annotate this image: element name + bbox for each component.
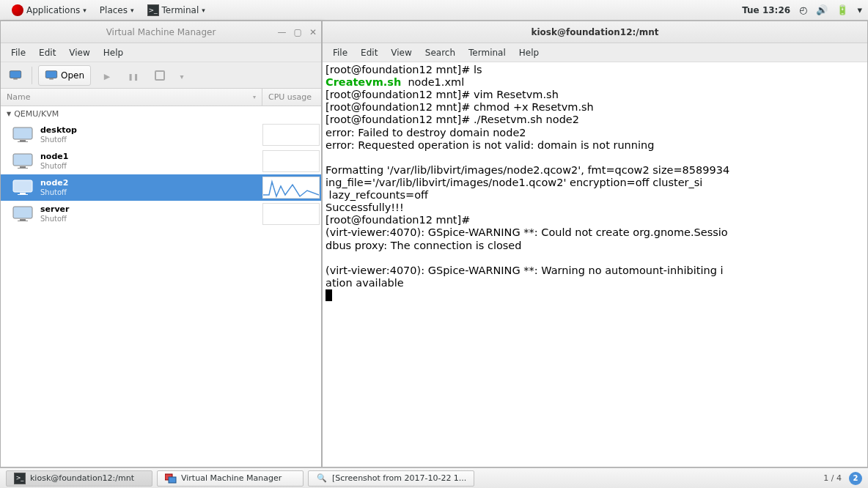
menu-edit[interactable]: Edit <box>33 45 62 61</box>
svg-rect-8 <box>20 166 26 168</box>
taskbar-vmm[interactable]: Virtual Machine Manager <box>157 470 304 487</box>
svg-rect-9 <box>18 168 28 169</box>
vmm-titlebar[interactable]: Virtual Machine Manager — ▢ ✕ <box>1 21 321 43</box>
svg-rect-15 <box>18 221 28 221</box>
vm-monitor-icon <box>11 205 34 223</box>
toolbar-separator <box>32 67 32 84</box>
run-button[interactable] <box>97 65 117 86</box>
menu-view[interactable]: View <box>63 45 95 61</box>
terminal-icon: >_ <box>147 4 159 16</box>
svg-rect-17 <box>169 477 176 483</box>
terminal-window: kiosk@foundation12:/mnt File Edit View S… <box>322 21 868 467</box>
volume-icon[interactable]: 🔊 <box>816 4 828 15</box>
term-line: (virt-viewer:4070): GSpice-WARNING **: W… <box>326 265 724 276</box>
vmm-menubar: File Edit View Help <box>1 43 321 62</box>
shutdown-button[interactable] <box>150 65 170 86</box>
vmm-icon <box>165 473 177 484</box>
terminal-body[interactable]: [root@foundation12 mnt]# ls Createvm.sh … <box>323 62 867 467</box>
window-minimize-button[interactable]: — <box>278 27 287 37</box>
pause-icon <box>128 68 139 82</box>
workspace-indicator[interactable]: 1 / 4 <box>823 473 842 483</box>
vm-monitor-icon <box>11 152 34 170</box>
svg-rect-6 <box>18 141 28 142</box>
caret-down-icon: ▾ <box>130 7 134 14</box>
shutdown-menu-button[interactable] <box>176 65 188 86</box>
column-cpu[interactable]: CPU usage <box>262 89 321 106</box>
vm-status: Shutoff <box>40 188 262 197</box>
terminal-launcher[interactable]: >_ Terminal ▾ <box>141 1 211 19</box>
sort-caret-icon: ▾ <box>253 94 256 100</box>
vm-row-server[interactable]: serverShutoff <box>1 201 321 227</box>
term-menu-view[interactable]: View <box>385 45 417 61</box>
terminal-cursor <box>326 289 332 301</box>
clock[interactable]: Tue 13:26 <box>742 5 790 15</box>
redhat-logo-icon <box>12 4 23 16</box>
vmm-column-headers: Name ▾ CPU usage <box>1 89 321 106</box>
triangle-down-icon: ▼ <box>7 111 11 117</box>
vm-cpu-graph <box>262 124 320 146</box>
notification-badge[interactable]: 2 <box>849 472 862 485</box>
column-name[interactable]: Name ▾ <box>1 89 262 106</box>
svg-rect-1 <box>13 78 18 79</box>
column-name-label: Name <box>7 92 30 102</box>
taskbar-terminal[interactable]: >_ kiosk@foundation12:/mnt <box>6 470 152 487</box>
battery-icon[interactable]: 🔋 <box>836 4 848 15</box>
taskbar-image-viewer[interactable]: 🔍 [Screenshot from 2017-10-22 1... <box>308 470 474 487</box>
svg-rect-2 <box>45 70 56 78</box>
vm-info: node1Shutoff <box>40 152 262 170</box>
svg-rect-10 <box>13 180 32 192</box>
applications-label: Applications <box>26 5 80 15</box>
vm-row-node2[interactable]: node2Shutoff <box>1 174 321 201</box>
open-label: Open <box>61 70 84 81</box>
svg-rect-5 <box>20 140 26 141</box>
term-menu-edit[interactable]: Edit <box>355 45 383 61</box>
vm-cpu-graph <box>262 150 320 172</box>
new-vm-button[interactable] <box>5 65 26 86</box>
places-menu[interactable]: Places ▾ <box>94 2 140 18</box>
caret-down-icon: ▾ <box>83 7 87 14</box>
vm-name: node1 <box>40 152 262 161</box>
monitor-new-icon <box>9 70 22 81</box>
user-menu-caret-icon[interactable]: ▾ <box>857 4 862 15</box>
menu-help[interactable]: Help <box>98 45 129 61</box>
virtual-machine-manager-window: Virtual Machine Manager — ▢ ✕ File Edit … <box>0 21 322 467</box>
taskbar-terminal-label: kiosk@foundation12:/mnt <box>30 473 134 483</box>
vm-monitor-icon <box>11 179 34 196</box>
svg-rect-0 <box>10 70 21 78</box>
hypervisor-group[interactable]: ▼ QEMU/KVM <box>1 106 321 122</box>
term-menu-file[interactable]: File <box>327 45 353 61</box>
svg-rect-4 <box>13 127 32 139</box>
term-menu-search[interactable]: Search <box>419 45 461 61</box>
vm-row-desktop[interactable]: desktopShutoff <box>1 122 321 148</box>
vm-status: Shutoff <box>40 136 262 144</box>
network-wifi-icon[interactable]: ◴ <box>799 4 807 15</box>
places-label: Places <box>100 5 128 15</box>
vm-status: Shutoff <box>40 215 262 223</box>
window-close-button[interactable]: ✕ <box>309 27 317 37</box>
terminal-launcher-label: Terminal <box>162 5 199 15</box>
term-line-exec: Createvm.sh <box>326 76 401 88</box>
svg-rect-14 <box>20 219 26 221</box>
vm-row-node1[interactable]: node1Shutoff <box>1 148 321 174</box>
play-icon <box>104 68 110 82</box>
term-line: ation available <box>326 277 404 289</box>
term-line: ing_file='/var/lib/libvirt/images/node1.… <box>326 177 702 188</box>
svg-rect-7 <box>13 154 32 166</box>
term-menu-terminal[interactable]: Terminal <box>463 45 512 61</box>
open-button[interactable]: Open <box>38 65 91 86</box>
terminal-titlebar[interactable]: kiosk@foundation12:/mnt <box>323 21 867 43</box>
pause-button[interactable] <box>123 65 144 86</box>
term-menu-help[interactable]: Help <box>513 45 545 61</box>
svg-rect-13 <box>13 207 32 218</box>
vmm-title: Virtual Machine Manager <box>106 27 216 37</box>
power-icon <box>155 70 165 81</box>
vm-name: server <box>40 204 262 214</box>
hypervisor-label: QEMU/KVM <box>14 109 59 119</box>
taskbar-image-label: [Screenshot from 2017-10-22 1... <box>332 473 466 483</box>
menu-file[interactable]: File <box>5 45 32 61</box>
svg-rect-11 <box>20 193 26 194</box>
window-maximize-button[interactable]: ▢ <box>294 27 302 37</box>
terminal-title: kiosk@foundation12:/mnt <box>532 27 659 37</box>
term-line: [root@foundation12 mnt]# vim Resetvm.sh <box>326 89 559 100</box>
applications-menu[interactable]: Applications ▾ <box>6 1 92 19</box>
